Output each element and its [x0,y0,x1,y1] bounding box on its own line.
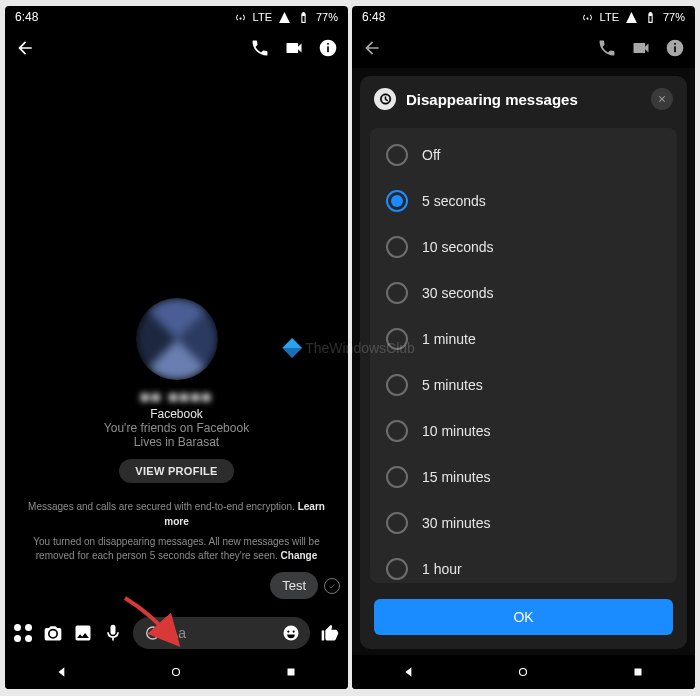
battery-icon [297,11,310,24]
signal-icon [278,11,291,24]
nav-back-icon[interactable] [55,665,69,679]
disappearing-modal: Disappearing messages Off5 seconds10 sec… [360,76,687,649]
svg-rect-1 [327,46,329,52]
status-time: 6:48 [15,10,38,24]
info-icon[interactable] [665,38,685,58]
option-label: 30 seconds [422,285,494,301]
status-icons: LTE 77% [581,11,685,24]
camera-icon[interactable] [43,623,63,643]
chat-body: ■■ ■■■■ Facebook You're friends on Faceb… [5,68,348,611]
modal-footer: OK [360,589,687,649]
info-icon[interactable] [318,38,338,58]
option-label: 5 seconds [422,193,486,209]
status-time: 6:48 [362,10,385,24]
message-input[interactable]: Aa [133,617,310,649]
signal-icon [625,11,638,24]
option-label: 10 minutes [422,423,490,439]
history-icon [143,624,161,642]
network-label: LTE [253,11,272,23]
svg-rect-9 [674,46,676,52]
svg-point-5 [293,630,295,632]
hotspot-icon [234,11,247,24]
change-link[interactable]: Change [281,550,318,561]
radio-icon [386,236,408,258]
radio-icon [386,374,408,396]
encryption-notice: Messages and calls are secured with end-… [5,499,348,529]
options-list[interactable]: Off5 seconds10 seconds30 seconds1 minute… [370,128,677,583]
option-1-minute[interactable]: 1 minute [370,316,677,362]
delivered-icon [324,578,340,594]
profile-card: ■■ ■■■■ Facebook You're friends on Faceb… [5,298,348,483]
android-navbar [5,655,348,689]
thumbs-up-icon[interactable] [320,623,340,643]
disappearing-notice: You turned on disappearing messages. All… [5,535,348,563]
option-off[interactable]: Off [370,132,677,178]
composer: Aa [5,611,348,655]
svg-rect-2 [327,43,329,45]
radio-icon [386,328,408,350]
svg-rect-7 [287,669,294,676]
option-5-seconds[interactable]: 5 seconds [370,178,677,224]
video-call-icon[interactable] [284,38,304,58]
option-label: 1 hour [422,561,462,577]
battery-label: 77% [663,11,685,23]
option-label: 10 seconds [422,239,494,255]
svg-rect-12 [634,669,641,676]
video-call-icon[interactable] [631,38,651,58]
chat-appbar [352,28,695,68]
emoji-icon[interactable] [282,624,300,642]
radio-icon [386,558,408,580]
radio-icon [386,466,408,488]
option-label: Off [422,147,440,163]
nav-recent-icon[interactable] [631,665,645,679]
screenshot-chat: 6:48 LTE 77% ■■ ■■■■ Facebook You're fri… [5,6,348,689]
nav-home-icon[interactable] [516,665,530,679]
voice-call-icon[interactable] [250,38,270,58]
radio-icon [386,512,408,534]
avatar[interactable] [136,298,218,380]
screenshot-modal: 6:48 LTE 77% Disappearing messages [352,6,695,689]
option-1-hour[interactable]: 1 hour [370,546,677,583]
mic-icon[interactable] [103,623,123,643]
gallery-icon[interactable] [73,623,93,643]
svg-rect-10 [674,43,676,45]
view-profile-button[interactable]: VIEW PROFILE [119,459,233,483]
svg-point-6 [173,669,180,676]
svg-point-11 [520,669,527,676]
radio-icon [386,190,408,212]
friends-label: You're friends on Facebook [104,421,249,435]
radio-icon [386,282,408,304]
option-label: 30 minutes [422,515,490,531]
option-label: 5 minutes [422,377,483,393]
nav-back-icon[interactable] [402,665,416,679]
back-icon[interactable] [362,38,382,58]
message-bubble[interactable]: Test [270,572,318,599]
voice-call-icon[interactable] [597,38,617,58]
option-15-minutes[interactable]: 15 minutes [370,454,677,500]
radio-icon [386,144,408,166]
hotspot-icon [581,11,594,24]
option-10-minutes[interactable]: 10 minutes [370,408,677,454]
more-apps-icon[interactable] [13,623,33,643]
contact-name: ■■ ■■■■ [140,388,213,405]
network-label: LTE [600,11,619,23]
platform-label: Facebook [150,407,203,421]
sent-message: Test [270,572,340,599]
option-5-minutes[interactable]: 5 minutes [370,362,677,408]
status-icons: LTE 77% [234,11,338,24]
option-30-seconds[interactable]: 30 seconds [370,270,677,316]
option-10-seconds[interactable]: 10 seconds [370,224,677,270]
ok-button[interactable]: OK [374,599,673,635]
status-bar: 6:48 LTE 77% [352,6,695,28]
close-icon[interactable] [651,88,673,110]
nav-recent-icon[interactable] [284,665,298,679]
nav-home-icon[interactable] [169,665,183,679]
history-icon [374,88,396,110]
input-placeholder: Aa [169,625,274,641]
svg-point-4 [287,630,289,632]
option-30-minutes[interactable]: 30 minutes [370,500,677,546]
chat-appbar [5,28,348,68]
option-label: 15 minutes [422,469,490,485]
option-label: 1 minute [422,331,476,347]
back-icon[interactable] [15,38,35,58]
